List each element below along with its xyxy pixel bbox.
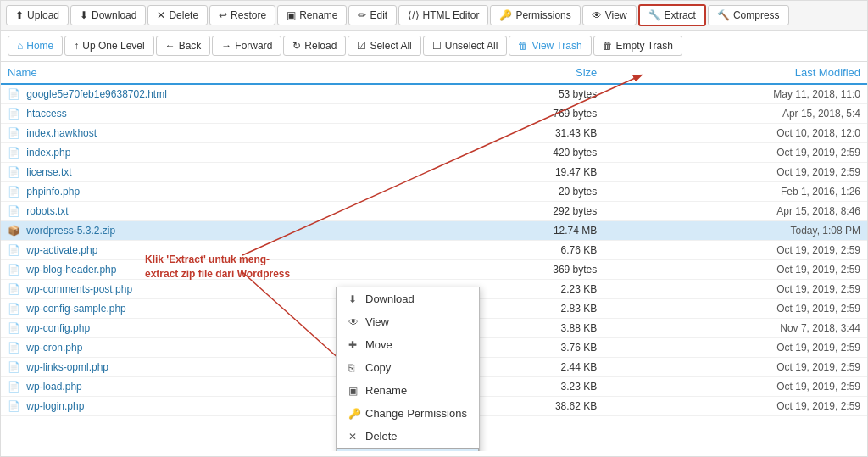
upload-label: Upload	[27, 9, 59, 21]
view-trash-nav-btn[interactable]: 🗑View Trash	[509, 36, 591, 56]
move-cm-icon: ✚	[348, 339, 360, 351]
file-name[interactable]: 📄 phpinfo.php	[1, 182, 453, 202]
empty-trash-nav-label: Empty Trash	[616, 40, 673, 52]
restore-toolbar-btn[interactable]: ↩Restore	[209, 5, 275, 25]
context-menu-item-change-permissions[interactable]: 🔑Change Permissions	[337, 402, 479, 425]
restore-icon: ↩	[219, 9, 227, 21]
file-link[interactable]: google5e70feb1e9638702.html	[26, 88, 166, 100]
file-type-icon: 📄	[8, 108, 20, 120]
reload-nav-btn[interactable]: ↻Reload	[283, 36, 346, 56]
file-link[interactable]: wp-links-opml.php	[26, 361, 108, 373]
compress-toolbar-btn[interactable]: 🔨Compress	[708, 5, 789, 25]
upload-toolbar-btn[interactable]: ⬆Upload	[6, 5, 69, 25]
file-link[interactable]: robots.txt	[26, 205, 68, 217]
file-link[interactable]: wp-cron.php	[26, 342, 82, 354]
file-link[interactable]: wordpress-5.3.2.zip	[26, 225, 115, 237]
unselect-all-nav-label: Unselect All	[445, 40, 498, 52]
file-size: 53 bytes	[453, 84, 604, 104]
file-name[interactable]: 📄 index.php	[1, 143, 453, 163]
file-link[interactable]: wp-activate.php	[26, 244, 97, 256]
file-link[interactable]: wp-config-sample.php	[26, 303, 125, 315]
page-wrapper: ⬆Upload⬇Download✕Delete↩Restore▣Rename✏E…	[0, 0, 868, 457]
file-type-icon: 📄	[8, 283, 20, 295]
edit-icon: ✏	[358, 9, 366, 21]
file-type-icon: 📄	[8, 127, 20, 139]
file-size: 20 bytes	[453, 182, 604, 202]
table-row[interactable]: 📄 htaccess 769 bytes Apr 15, 2018, 5:4	[1, 104, 867, 124]
context-menu-item-extract[interactable]: 🔧Extract	[337, 448, 479, 451]
table-row[interactable]: 📄 robots.txt 292 bytes Apr 15, 2018, 8:4…	[1, 202, 867, 221]
file-size: 369 bytes	[453, 260, 604, 280]
table-row[interactable]: 📄 wp-activate.php 6.76 KB Oct 19, 2019, …	[1, 241, 867, 260]
file-modified: Nov 7, 2018, 3:44	[604, 319, 867, 338]
change-permissions-cm-label: Change Permissions	[365, 407, 467, 420]
upload-icon: ⬆	[15, 9, 24, 21]
view-toolbar-btn[interactable]: 👁View	[582, 5, 637, 25]
back-nav-btn[interactable]: ←Back	[156, 36, 211, 56]
table-row[interactable]: 📄 phpinfo.php 20 bytes Feb 1, 2016, 1:26	[1, 182, 867, 202]
file-name[interactable]: 📄 license.txt	[1, 163, 453, 182]
download-cm-icon: ⬇	[348, 293, 360, 305]
home-nav-btn[interactable]: ⌂Home	[8, 36, 63, 56]
file-link[interactable]: license.txt	[26, 166, 71, 178]
table-row[interactable]: 📄 license.txt 19.47 KB Oct 19, 2019, 2:5…	[1, 163, 867, 182]
forward-nav-label: Forward	[235, 40, 272, 52]
file-name[interactable]: 📄 wp-activate.php	[1, 241, 453, 260]
file-name[interactable]: 📄 robots.txt	[1, 202, 453, 221]
file-size: 19.47 KB	[453, 163, 604, 182]
file-link[interactable]: phpinfo.php	[26, 186, 80, 198]
context-menu-item-rename[interactable]: ▣Rename	[337, 379, 479, 402]
context-menu-item-delete[interactable]: ✕Delete	[337, 425, 479, 448]
file-link[interactable]: wp-blog-header.php	[26, 264, 116, 276]
home-nav-icon: ⌂	[17, 40, 23, 52]
file-modified: Oct 19, 2019, 2:59	[604, 143, 867, 163]
file-name[interactable]: 📄 google5e70feb1e9638702.html	[1, 84, 453, 104]
col-name[interactable]: Name	[1, 62, 453, 84]
forward-nav-btn[interactable]: →Forward	[212, 36, 281, 56]
file-modified: Oct 19, 2019, 2:59	[604, 377, 867, 397]
file-link[interactable]: wp-comments-post.php	[26, 283, 132, 295]
file-link[interactable]: wp-load.php	[26, 381, 81, 393]
view-trash-nav-label: View Trash	[531, 40, 581, 52]
html-editor-label: HTML Editor	[423, 9, 480, 21]
forward-nav-icon: →	[221, 40, 231, 52]
file-name[interactable]: 📦 wordpress-5.3.2.zip	[1, 221, 453, 241]
up-one-level-nav-btn[interactable]: ↑Up One Level	[64, 36, 153, 56]
table-row[interactable]: 📄 index.hawkhost 31.43 KB Oct 10, 2018, …	[1, 124, 867, 143]
file-link[interactable]: wp-config.php	[26, 322, 90, 334]
file-link[interactable]: wp-login.php	[26, 400, 84, 412]
file-type-icon: 📄	[8, 186, 20, 198]
empty-trash-nav-btn[interactable]: 🗑Empty Trash	[593, 36, 682, 56]
download-toolbar-btn[interactable]: ⬇Download	[70, 5, 146, 25]
file-size: 12.74 MB	[453, 221, 604, 241]
permissions-toolbar-btn[interactable]: 🔑Permissions	[490, 5, 580, 25]
download-cm-label: Download	[365, 293, 415, 305]
context-menu-item-view[interactable]: 👁View	[337, 310, 479, 333]
file-link[interactable]: htaccess	[26, 108, 66, 120]
file-link[interactable]: index.php	[26, 147, 70, 159]
file-link[interactable]: index.hawkhost	[26, 127, 97, 139]
delete-icon: ✕	[157, 9, 165, 21]
html-editor-toolbar-btn[interactable]: ⟨/⟩HTML Editor	[398, 5, 488, 25]
context-menu-item-move[interactable]: ✚Move	[337, 333, 479, 356]
context-menu-item-download[interactable]: ⬇Download	[337, 287, 479, 310]
file-name[interactable]: 📄 wp-blog-header.php	[1, 260, 453, 280]
table-row[interactable]: 📄 google5e70feb1e9638702.html 53 bytes M…	[1, 84, 867, 104]
context-menu-item-copy[interactable]: ⎘Copy	[337, 356, 479, 379]
delete-toolbar-btn[interactable]: ✕Delete	[147, 5, 208, 25]
table-row[interactable]: 📄 index.php 420 bytes Oct 19, 2019, 2:59	[1, 143, 867, 163]
extract-toolbar-btn[interactable]: 🔧Extract	[638, 4, 706, 26]
compress-icon: 🔨	[717, 9, 730, 21]
file-name[interactable]: 📄 htaccess	[1, 104, 453, 124]
home-nav-label: Home	[26, 40, 53, 52]
file-name[interactable]: 📄 index.hawkhost	[1, 124, 453, 143]
edit-toolbar-btn[interactable]: ✏Edit	[348, 5, 397, 25]
rename-toolbar-btn[interactable]: ▣Rename	[277, 5, 347, 25]
table-row[interactable]: 📦 wordpress-5.3.2.zip 12.74 MB Today, 1:…	[1, 221, 867, 241]
unselect-all-nav-btn[interactable]: ☐Unselect All	[423, 36, 508, 56]
file-size: 420 bytes	[453, 143, 604, 163]
select-all-nav-btn[interactable]: ☑Select All	[348, 36, 420, 56]
file-type-icon: 📦	[8, 225, 20, 237]
move-cm-label: Move	[365, 338, 392, 351]
table-row[interactable]: 📄 wp-blog-header.php 369 bytes Oct 19, 2…	[1, 260, 867, 280]
